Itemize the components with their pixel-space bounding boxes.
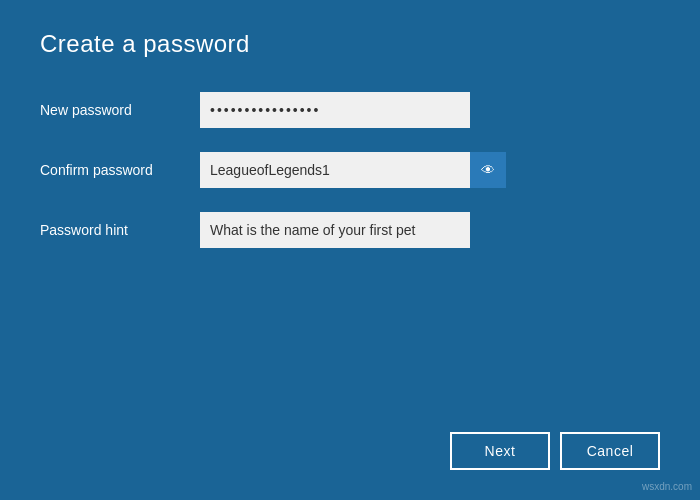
page-container: Create a password New password Confirm p…	[0, 0, 700, 500]
password-hint-label: Password hint	[40, 222, 200, 238]
next-button[interactable]: Next	[450, 432, 550, 470]
password-hint-input-wrapper	[200, 212, 470, 248]
new-password-label: New password	[40, 102, 200, 118]
reveal-password-button[interactable]: 👁	[470, 152, 506, 188]
password-hint-row: Password hint	[40, 208, 660, 252]
cancel-button[interactable]: Cancel	[560, 432, 660, 470]
confirm-password-row: Confirm password 👁	[40, 148, 660, 192]
new-password-input-wrapper	[200, 92, 470, 128]
confirm-password-input-wrapper: 👁	[200, 152, 506, 188]
watermark: wsxdn.com	[642, 481, 692, 492]
page-title: Create a password	[40, 30, 660, 58]
confirm-password-input[interactable]	[200, 152, 470, 188]
confirm-password-label: Confirm password	[40, 162, 200, 178]
new-password-input[interactable]	[200, 92, 470, 128]
eye-icon: 👁	[481, 162, 495, 178]
form-section: New password Confirm password 👁 Password…	[40, 88, 660, 268]
password-hint-input[interactable]	[200, 212, 470, 248]
button-row: Next Cancel	[450, 432, 660, 470]
new-password-row: New password	[40, 88, 660, 132]
